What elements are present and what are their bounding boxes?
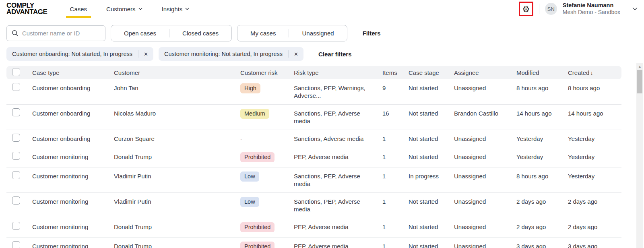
cell-modified: Yesterday	[516, 130, 568, 147]
cell-risk-type: Sanctions, PEP, Adverse media	[294, 167, 369, 192]
filter-chip-monitoring[interactable]: Customer monitoring: Not started, In pro…	[159, 47, 303, 61]
column-header-customer[interactable]: Customer	[114, 69, 240, 76]
row-checkbox[interactable]	[12, 241, 20, 248]
cell-items: 1	[382, 218, 409, 236]
row-checkbox[interactable]	[12, 171, 20, 179]
cell-customer: Donald Trump	[114, 148, 240, 165]
cell-items: 1	[382, 130, 409, 147]
customer-search[interactable]	[6, 25, 105, 41]
topbar-right-section: ⚙ SN Stefanie Naumann Mesh Demo - Sandbo…	[519, 0, 638, 18]
nav-tab-customers[interactable]: Customers	[102, 0, 147, 18]
cell-case-type: Customer onboarding	[32, 130, 114, 147]
row-checkbox[interactable]	[12, 196, 20, 205]
chevron-down-icon	[185, 8, 189, 10]
cell-created: 2 days ago	[568, 218, 621, 236]
active-filters-row: Customer onboarding: Not started, In pro…	[6, 47, 638, 61]
column-header-created-label: Created	[568, 69, 589, 76]
my-cases-button[interactable]: My cases	[237, 25, 289, 41]
nav-tab-cases-label: Cases	[70, 6, 87, 12]
cell-items: 1	[382, 148, 409, 165]
column-header-assignee[interactable]: Assignee	[454, 69, 516, 76]
filter-chip-onboarding[interactable]: Customer onboarding: Not started, In pro…	[6, 47, 153, 61]
cell-items: 1	[382, 193, 409, 210]
column-header-case-type[interactable]: Case type	[32, 69, 114, 76]
cell-risk-type: PEP, Adverse media	[294, 238, 369, 248]
risk-badge: Prohibited	[240, 222, 275, 232]
column-header-case-stage[interactable]: Case stage	[409, 69, 454, 76]
row-checkbox[interactable]	[12, 222, 20, 230]
assignment-toggle: My cases Unassigned	[237, 25, 347, 41]
cell-items: 1	[382, 238, 409, 248]
row-checkbox[interactable]	[12, 152, 20, 160]
comply-advantage-logo: COMPLY ADVANTAGE	[6, 0, 47, 18]
cell-created: Yesterday	[568, 148, 621, 165]
cell-case-type: Customer monitoring	[32, 238, 114, 248]
user-info: Stefanie Naumann Mesh Demo - Sandbox	[563, 2, 620, 16]
row-checkbox[interactable]	[12, 134, 20, 142]
search-input[interactable]	[22, 30, 100, 37]
unassigned-button[interactable]: Unassigned	[289, 25, 347, 41]
search-icon	[12, 30, 19, 37]
vertical-scrollbar[interactable]: ▲	[636, 63, 643, 248]
cell-case-stage: Not started	[409, 148, 454, 165]
closed-cases-button[interactable]: Closed cases	[169, 25, 231, 41]
table-row[interactable]: Customer monitoring Vladimir Putin Low S…	[6, 193, 621, 218]
cell-customer: Donald Trump	[114, 238, 240, 248]
cell-customer: Donald Trump	[114, 218, 240, 236]
table-body: Customer onboarding John Tan High Sancti…	[6, 79, 621, 248]
table-row[interactable]: Customer monitoring Donald Trump Prohibi…	[6, 238, 621, 248]
table-row[interactable]: Customer monitoring Vladimir Putin Low S…	[6, 167, 621, 193]
close-icon[interactable]: ✕	[289, 51, 303, 57]
nav-tab-cases[interactable]: Cases	[66, 0, 91, 18]
table-row[interactable]: Customer onboarding Nicolas Maduro Mediu…	[6, 105, 621, 130]
clear-filters-button[interactable]: Clear filters	[318, 51, 352, 58]
table-row[interactable]: Customer onboarding Curzon Square - Sanc…	[6, 130, 621, 148]
cell-modified: Yesterday	[516, 148, 568, 165]
row-checkbox[interactable]	[12, 108, 20, 116]
row-checkbox[interactable]	[12, 83, 20, 91]
select-all-checkbox[interactable]	[12, 68, 20, 76]
cell-modified: 14 hours ago	[516, 105, 568, 122]
scroll-up-arrow-icon[interactable]: ▲	[636, 63, 643, 70]
column-header-created[interactable]: Created↓	[568, 69, 621, 76]
cell-assignee: Unassigned	[454, 218, 516, 236]
risk-badge: Prohibited	[240, 242, 275, 248]
cell-created: Yesterday	[568, 130, 621, 147]
column-header-modified[interactable]: Modified	[516, 69, 568, 76]
cell-case-stage: Not started	[409, 105, 454, 122]
cell-modified: 2 days ago	[516, 218, 568, 236]
scrollbar-thumb[interactable]	[637, 70, 642, 93]
top-navigation-bar: COMPLY ADVANTAGE Cases Customers Insight…	[0, 0, 644, 18]
user-name: Stefanie Naumann	[563, 2, 620, 9]
cell-assignee: Unassigned	[454, 130, 516, 147]
cases-toolbar: Open cases Closed cases My cases Unassig…	[6, 25, 638, 41]
settings-annotation-highlight: ⚙	[519, 2, 533, 16]
column-header-risk-type[interactable]: Risk type	[294, 69, 382, 76]
column-header-customer-risk[interactable]: Customer risk	[240, 69, 294, 76]
cell-items: 16	[382, 105, 409, 122]
close-icon[interactable]: ✕	[138, 51, 153, 57]
cell-created: Yesterday	[568, 167, 621, 185]
cell-case-type: Customer monitoring	[32, 193, 114, 210]
chevron-down-icon	[138, 8, 142, 10]
table-row[interactable]: Customer monitoring Donald Trump Prohibi…	[6, 218, 621, 238]
cell-items: 9	[382, 79, 409, 97]
gear-icon[interactable]: ⚙	[522, 5, 530, 13]
user-menu-chevron-icon[interactable]	[632, 7, 638, 10]
filter-chip-label: Customer onboarding: Not started, In pro…	[6, 51, 138, 57]
column-header-items[interactable]: Items	[382, 69, 409, 76]
filters-button[interactable]: Filters	[363, 30, 381, 37]
nav-tab-insights[interactable]: Insights	[158, 0, 194, 18]
cell-case-stage: In progress	[409, 167, 454, 185]
topbar-divider	[539, 4, 539, 14]
avatar[interactable]: SN	[545, 3, 557, 15]
cell-items: 1	[382, 167, 409, 185]
risk-badge: Low	[240, 172, 259, 182]
table-row[interactable]: Customer monitoring Donald Trump Prohibi…	[6, 148, 621, 167]
cell-case-type: Customer monitoring	[32, 167, 114, 185]
risk-badge: Low	[240, 197, 259, 207]
table-row[interactable]: Customer onboarding John Tan High Sancti…	[6, 79, 621, 105]
logo-line2: ADVANTAGE	[6, 9, 47, 15]
filter-chip-label: Customer monitoring: Not started, In pro…	[159, 51, 288, 57]
open-cases-button[interactable]: Open cases	[111, 25, 169, 41]
